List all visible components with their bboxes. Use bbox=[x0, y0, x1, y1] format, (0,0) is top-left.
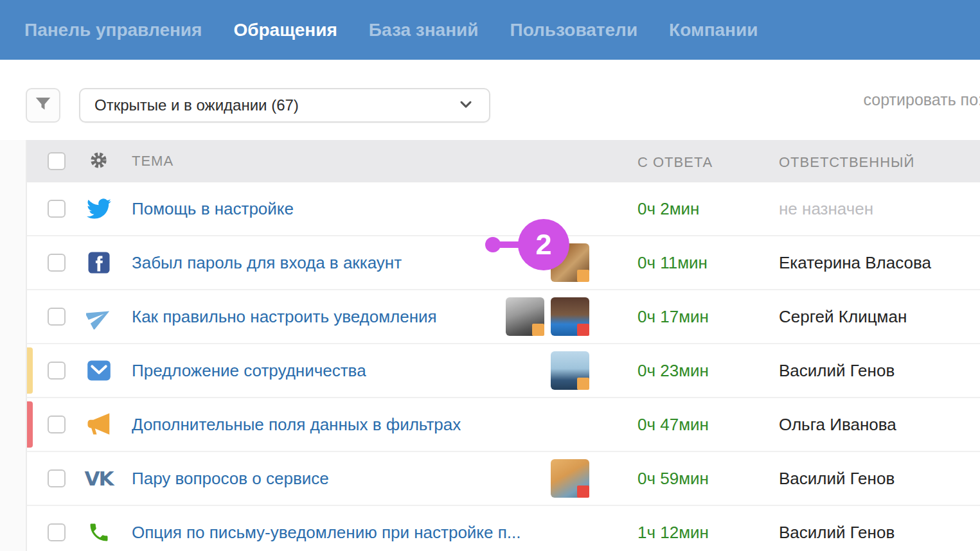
avatar bbox=[551, 459, 589, 498]
responsible-name: Василий Генов bbox=[753, 361, 980, 381]
avatar bbox=[506, 297, 544, 336]
nav-tab-item[interactable]: Панель управления bbox=[24, 20, 202, 40]
tickets-table: ТЕМА С ОТВЕТА ОТВЕТСТВЕННЫЙ Помощь в нас… bbox=[26, 140, 980, 551]
toolbar: Открытые и в ожидании (67) сортировать п… bbox=[0, 60, 980, 140]
nav-tab-active[interactable]: Обращения bbox=[233, 20, 337, 40]
since-reply-time: 0ч 2мин bbox=[612, 199, 753, 219]
avatar bbox=[551, 351, 589, 390]
nav-tab-item[interactable]: База знаний bbox=[369, 20, 479, 40]
status-badge bbox=[577, 485, 589, 498]
priority-stripe-yellow bbox=[27, 347, 33, 394]
row-checkbox[interactable] bbox=[48, 523, 66, 541]
responsible-name: не назначен bbox=[753, 199, 980, 219]
since-reply-time: 0ч 23мин bbox=[612, 361, 753, 381]
gear-icon[interactable] bbox=[89, 150, 109, 173]
table-header-row: ТЕМА С ОТВЕТА ОТВЕТСТВЕННЫЙ bbox=[27, 140, 980, 182]
filter-button[interactable] bbox=[26, 88, 60, 123]
avatar-group bbox=[551, 459, 589, 498]
nav-tab-item[interactable]: Компании bbox=[669, 20, 758, 40]
table-row[interactable]: VKПару вопросов о сервисе0ч 59минВасилий… bbox=[27, 452, 980, 506]
responsible-name: Екатерина Власова bbox=[753, 253, 980, 273]
table-row[interactable]: Помощь в настройке0ч 2минне назначен bbox=[27, 182, 980, 236]
status-badge bbox=[577, 378, 589, 390]
since-reply-time: 0ч 11мин bbox=[612, 253, 753, 273]
ticket-subject-link[interactable]: Как правильно настроить уведомления bbox=[132, 307, 437, 327]
table-row[interactable]: Предложение сотрудничества0ч 23минВасили… bbox=[27, 344, 980, 398]
status-filter-dropdown[interactable]: Открытые и в ожидании (67) bbox=[79, 88, 490, 123]
ticket-subject-link[interactable]: Опция по письму-уведомлению при настройк… bbox=[132, 523, 521, 543]
facebook-icon bbox=[87, 251, 111, 274]
nav-tab-item[interactable]: Пользователи bbox=[510, 20, 638, 40]
row-checkbox[interactable] bbox=[48, 469, 66, 487]
status-badge bbox=[577, 270, 589, 282]
table-row[interactable]: Опция по письму-уведомлению при настройк… bbox=[27, 506, 980, 551]
responsible-name: Василий Генов bbox=[753, 523, 980, 543]
since-reply-time: 0ч 59мин bbox=[612, 469, 753, 489]
header-subject[interactable]: ТЕМА bbox=[132, 153, 174, 170]
responsible-name: Василий Генов bbox=[753, 469, 980, 489]
avatar bbox=[551, 243, 589, 282]
avatar bbox=[551, 297, 589, 336]
avatar-group bbox=[506, 297, 589, 336]
table-row[interactable]: Как правильно настроить уведомления0ч 17… bbox=[27, 290, 980, 344]
header-responsible[interactable]: ОТВЕТСТВЕННЫЙ bbox=[779, 154, 914, 170]
sort-by-label: сортировать по: bbox=[864, 91, 980, 109]
status-badge bbox=[532, 324, 544, 336]
row-checkbox[interactable] bbox=[48, 200, 66, 218]
since-reply-time: 0ч 47мин bbox=[612, 415, 753, 435]
megaphone-icon bbox=[86, 412, 112, 437]
ticket-subject-link[interactable]: Дополнительные поля данных в фильтрах bbox=[132, 415, 461, 435]
table-row[interactable]: Дополнительные поля данных в фильтрах0ч … bbox=[27, 398, 980, 452]
since-reply-time: 0ч 17мин bbox=[612, 307, 753, 327]
telegram-icon bbox=[86, 304, 112, 329]
email-icon bbox=[87, 360, 111, 381]
row-checkbox[interactable] bbox=[48, 308, 66, 326]
avatar-group bbox=[551, 243, 589, 282]
vk-icon: VK bbox=[84, 467, 112, 490]
ticket-subject-link[interactable]: Помощь в настройке bbox=[132, 199, 294, 219]
ticket-subject-link[interactable]: Пару вопросов о сервисе bbox=[132, 469, 329, 489]
priority-stripe-red bbox=[27, 401, 33, 448]
chevron-down-icon bbox=[457, 95, 475, 116]
since-reply-time: 1ч 12мин bbox=[612, 523, 753, 543]
status-badge bbox=[577, 324, 589, 336]
header-since-reply[interactable]: С ОТВЕТА bbox=[637, 154, 713, 170]
responsible-name: Сергей Клицман bbox=[753, 307, 980, 327]
row-checkbox[interactable] bbox=[48, 254, 66, 272]
table-row[interactable]: Забыл пароль для входа в аккаунт0ч 11мин… bbox=[27, 236, 980, 290]
row-checkbox[interactable] bbox=[48, 362, 66, 380]
filter-funnel-icon bbox=[33, 94, 53, 116]
select-all-checkbox[interactable] bbox=[48, 152, 66, 170]
twitter-icon bbox=[87, 197, 111, 221]
status-filter-value: Открытые и в ожидании (67) bbox=[94, 96, 457, 114]
row-checkbox[interactable] bbox=[48, 415, 66, 433]
ticket-subject-link[interactable]: Предложение сотрудничества bbox=[132, 361, 366, 381]
phone-icon bbox=[87, 521, 111, 544]
avatar-group bbox=[551, 351, 589, 390]
responsible-name: Ольга Иванова bbox=[753, 415, 980, 435]
ticket-subject-link[interactable]: Забыл пароль для входа в аккаунт bbox=[132, 253, 402, 273]
top-nav: Панель управленияОбращенияБаза знанийПол… bbox=[0, 0, 980, 60]
